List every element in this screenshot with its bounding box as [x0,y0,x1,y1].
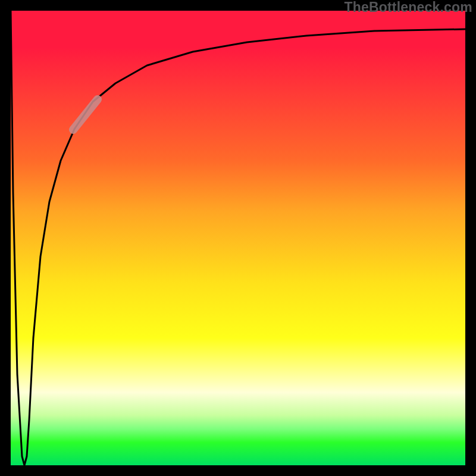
bottleneck-curve [11,11,465,465]
highlight-segment [73,99,98,130]
chart-frame: { "watermark": "TheBottleneck.com", "col… [0,0,476,476]
curve-layer [11,11,465,465]
